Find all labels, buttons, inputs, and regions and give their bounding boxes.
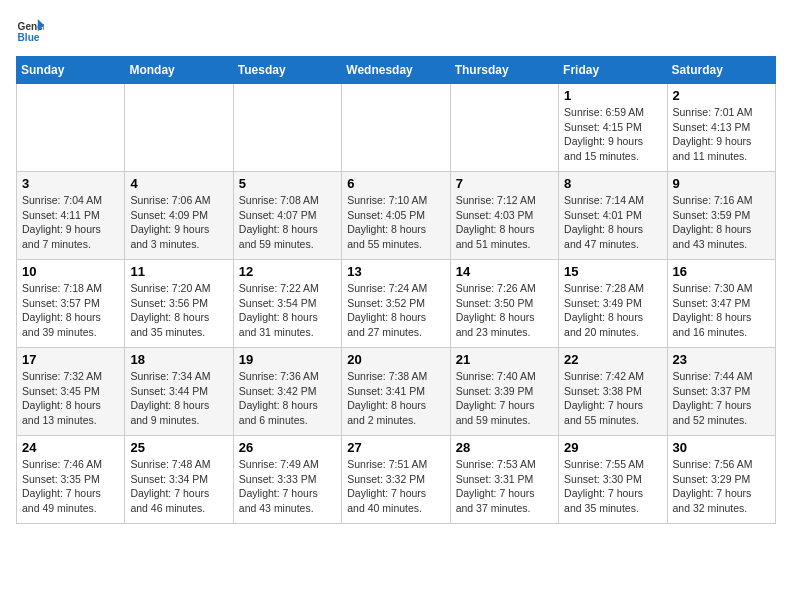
day-number: 2 bbox=[673, 88, 770, 103]
logo-icon: General Blue bbox=[16, 16, 44, 44]
weekday-header-friday: Friday bbox=[559, 57, 667, 84]
calendar-cell: 27Sunrise: 7:51 AM Sunset: 3:32 PM Dayli… bbox=[342, 436, 450, 524]
calendar-cell: 13Sunrise: 7:24 AM Sunset: 3:52 PM Dayli… bbox=[342, 260, 450, 348]
calendar-cell: 7Sunrise: 7:12 AM Sunset: 4:03 PM Daylig… bbox=[450, 172, 558, 260]
calendar-cell: 19Sunrise: 7:36 AM Sunset: 3:42 PM Dayli… bbox=[233, 348, 341, 436]
calendar-cell: 1Sunrise: 6:59 AM Sunset: 4:15 PM Daylig… bbox=[559, 84, 667, 172]
day-number: 1 bbox=[564, 88, 661, 103]
day-info: Sunrise: 7:42 AM Sunset: 3:38 PM Dayligh… bbox=[564, 369, 661, 428]
calendar-cell: 29Sunrise: 7:55 AM Sunset: 3:30 PM Dayli… bbox=[559, 436, 667, 524]
calendar-cell bbox=[450, 84, 558, 172]
day-number: 11 bbox=[130, 264, 227, 279]
calendar-cell: 23Sunrise: 7:44 AM Sunset: 3:37 PM Dayli… bbox=[667, 348, 775, 436]
logo: General Blue bbox=[16, 16, 48, 44]
day-info: Sunrise: 7:46 AM Sunset: 3:35 PM Dayligh… bbox=[22, 457, 119, 516]
calendar-cell: 26Sunrise: 7:49 AM Sunset: 3:33 PM Dayli… bbox=[233, 436, 341, 524]
calendar-table: SundayMondayTuesdayWednesdayThursdayFrid… bbox=[16, 56, 776, 524]
calendar-cell bbox=[342, 84, 450, 172]
calendar-cell bbox=[233, 84, 341, 172]
day-number: 12 bbox=[239, 264, 336, 279]
calendar-cell: 3Sunrise: 7:04 AM Sunset: 4:11 PM Daylig… bbox=[17, 172, 125, 260]
calendar-cell: 21Sunrise: 7:40 AM Sunset: 3:39 PM Dayli… bbox=[450, 348, 558, 436]
day-number: 7 bbox=[456, 176, 553, 191]
day-number: 24 bbox=[22, 440, 119, 455]
calendar-cell: 5Sunrise: 7:08 AM Sunset: 4:07 PM Daylig… bbox=[233, 172, 341, 260]
day-number: 8 bbox=[564, 176, 661, 191]
calendar-cell: 11Sunrise: 7:20 AM Sunset: 3:56 PM Dayli… bbox=[125, 260, 233, 348]
day-number: 9 bbox=[673, 176, 770, 191]
calendar-cell: 22Sunrise: 7:42 AM Sunset: 3:38 PM Dayli… bbox=[559, 348, 667, 436]
day-number: 19 bbox=[239, 352, 336, 367]
day-info: Sunrise: 7:40 AM Sunset: 3:39 PM Dayligh… bbox=[456, 369, 553, 428]
day-info: Sunrise: 7:20 AM Sunset: 3:56 PM Dayligh… bbox=[130, 281, 227, 340]
day-info: Sunrise: 7:34 AM Sunset: 3:44 PM Dayligh… bbox=[130, 369, 227, 428]
svg-text:Blue: Blue bbox=[18, 32, 40, 43]
weekday-header-thursday: Thursday bbox=[450, 57, 558, 84]
calendar-cell bbox=[125, 84, 233, 172]
calendar-cell: 20Sunrise: 7:38 AM Sunset: 3:41 PM Dayli… bbox=[342, 348, 450, 436]
day-number: 15 bbox=[564, 264, 661, 279]
day-info: Sunrise: 7:48 AM Sunset: 3:34 PM Dayligh… bbox=[130, 457, 227, 516]
day-info: Sunrise: 7:04 AM Sunset: 4:11 PM Dayligh… bbox=[22, 193, 119, 252]
day-number: 3 bbox=[22, 176, 119, 191]
day-number: 5 bbox=[239, 176, 336, 191]
day-number: 28 bbox=[456, 440, 553, 455]
day-number: 4 bbox=[130, 176, 227, 191]
day-info: Sunrise: 7:44 AM Sunset: 3:37 PM Dayligh… bbox=[673, 369, 770, 428]
day-info: Sunrise: 7:28 AM Sunset: 3:49 PM Dayligh… bbox=[564, 281, 661, 340]
day-info: Sunrise: 7:53 AM Sunset: 3:31 PM Dayligh… bbox=[456, 457, 553, 516]
day-number: 23 bbox=[673, 352, 770, 367]
calendar-cell bbox=[17, 84, 125, 172]
calendar-cell: 14Sunrise: 7:26 AM Sunset: 3:50 PM Dayli… bbox=[450, 260, 558, 348]
day-number: 10 bbox=[22, 264, 119, 279]
day-number: 16 bbox=[673, 264, 770, 279]
weekday-header-saturday: Saturday bbox=[667, 57, 775, 84]
calendar-cell: 28Sunrise: 7:53 AM Sunset: 3:31 PM Dayli… bbox=[450, 436, 558, 524]
day-info: Sunrise: 7:08 AM Sunset: 4:07 PM Dayligh… bbox=[239, 193, 336, 252]
weekday-header-monday: Monday bbox=[125, 57, 233, 84]
day-info: Sunrise: 7:30 AM Sunset: 3:47 PM Dayligh… bbox=[673, 281, 770, 340]
calendar-cell: 25Sunrise: 7:48 AM Sunset: 3:34 PM Dayli… bbox=[125, 436, 233, 524]
calendar-cell: 30Sunrise: 7:56 AM Sunset: 3:29 PM Dayli… bbox=[667, 436, 775, 524]
day-number: 30 bbox=[673, 440, 770, 455]
calendar-cell: 15Sunrise: 7:28 AM Sunset: 3:49 PM Dayli… bbox=[559, 260, 667, 348]
day-info: Sunrise: 7:51 AM Sunset: 3:32 PM Dayligh… bbox=[347, 457, 444, 516]
day-number: 27 bbox=[347, 440, 444, 455]
day-number: 17 bbox=[22, 352, 119, 367]
day-info: Sunrise: 7:32 AM Sunset: 3:45 PM Dayligh… bbox=[22, 369, 119, 428]
day-number: 25 bbox=[130, 440, 227, 455]
calendar-cell: 24Sunrise: 7:46 AM Sunset: 3:35 PM Dayli… bbox=[17, 436, 125, 524]
day-info: Sunrise: 7:06 AM Sunset: 4:09 PM Dayligh… bbox=[130, 193, 227, 252]
day-info: Sunrise: 6:59 AM Sunset: 4:15 PM Dayligh… bbox=[564, 105, 661, 164]
day-number: 20 bbox=[347, 352, 444, 367]
day-info: Sunrise: 7:18 AM Sunset: 3:57 PM Dayligh… bbox=[22, 281, 119, 340]
day-info: Sunrise: 7:22 AM Sunset: 3:54 PM Dayligh… bbox=[239, 281, 336, 340]
day-info: Sunrise: 7:55 AM Sunset: 3:30 PM Dayligh… bbox=[564, 457, 661, 516]
calendar-cell: 8Sunrise: 7:14 AM Sunset: 4:01 PM Daylig… bbox=[559, 172, 667, 260]
calendar-cell: 6Sunrise: 7:10 AM Sunset: 4:05 PM Daylig… bbox=[342, 172, 450, 260]
calendar-cell: 12Sunrise: 7:22 AM Sunset: 3:54 PM Dayli… bbox=[233, 260, 341, 348]
day-number: 13 bbox=[347, 264, 444, 279]
calendar-cell: 4Sunrise: 7:06 AM Sunset: 4:09 PM Daylig… bbox=[125, 172, 233, 260]
day-info: Sunrise: 7:01 AM Sunset: 4:13 PM Dayligh… bbox=[673, 105, 770, 164]
weekday-header-tuesday: Tuesday bbox=[233, 57, 341, 84]
day-number: 29 bbox=[564, 440, 661, 455]
calendar-cell: 9Sunrise: 7:16 AM Sunset: 3:59 PM Daylig… bbox=[667, 172, 775, 260]
day-info: Sunrise: 7:24 AM Sunset: 3:52 PM Dayligh… bbox=[347, 281, 444, 340]
day-number: 18 bbox=[130, 352, 227, 367]
calendar-cell: 10Sunrise: 7:18 AM Sunset: 3:57 PM Dayli… bbox=[17, 260, 125, 348]
calendar-cell: 17Sunrise: 7:32 AM Sunset: 3:45 PM Dayli… bbox=[17, 348, 125, 436]
day-info: Sunrise: 7:26 AM Sunset: 3:50 PM Dayligh… bbox=[456, 281, 553, 340]
day-number: 22 bbox=[564, 352, 661, 367]
day-info: Sunrise: 7:36 AM Sunset: 3:42 PM Dayligh… bbox=[239, 369, 336, 428]
weekday-header-sunday: Sunday bbox=[17, 57, 125, 84]
calendar-cell: 18Sunrise: 7:34 AM Sunset: 3:44 PM Dayli… bbox=[125, 348, 233, 436]
day-number: 14 bbox=[456, 264, 553, 279]
calendar-cell: 16Sunrise: 7:30 AM Sunset: 3:47 PM Dayli… bbox=[667, 260, 775, 348]
day-info: Sunrise: 7:38 AM Sunset: 3:41 PM Dayligh… bbox=[347, 369, 444, 428]
day-info: Sunrise: 7:56 AM Sunset: 3:29 PM Dayligh… bbox=[673, 457, 770, 516]
day-info: Sunrise: 7:16 AM Sunset: 3:59 PM Dayligh… bbox=[673, 193, 770, 252]
page-header: General Blue bbox=[16, 16, 776, 44]
day-info: Sunrise: 7:49 AM Sunset: 3:33 PM Dayligh… bbox=[239, 457, 336, 516]
calendar-cell: 2Sunrise: 7:01 AM Sunset: 4:13 PM Daylig… bbox=[667, 84, 775, 172]
